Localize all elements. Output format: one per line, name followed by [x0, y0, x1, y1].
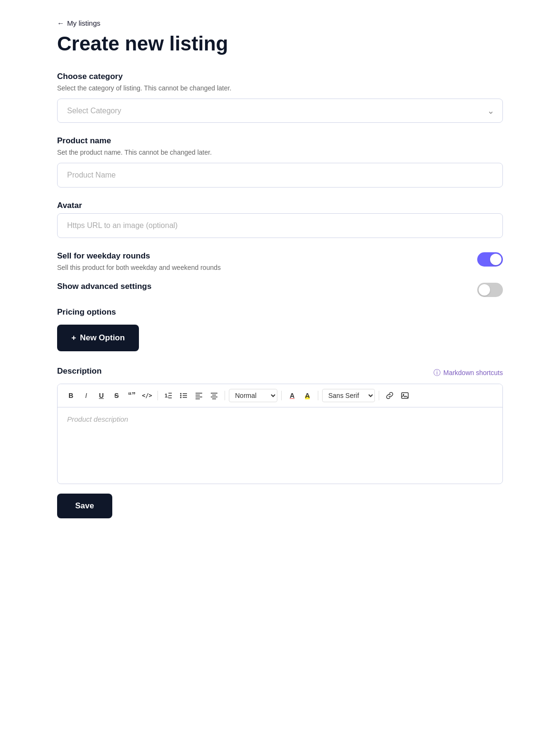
toolbar-divider-5: [379, 391, 379, 400]
svg-text:1.: 1.: [165, 393, 169, 398]
back-arrow-icon: ←: [57, 19, 64, 27]
category-section: Choose category Select the category of l…: [57, 72, 503, 123]
toolbar-divider-1: [157, 391, 158, 400]
align-left-button[interactable]: [192, 389, 206, 402]
svg-point-4: [180, 393, 182, 395]
align-center-button[interactable]: [207, 389, 221, 402]
avatar-label: Avatar: [57, 201, 503, 210]
advanced-settings-row: Show advanced settings: [57, 282, 503, 297]
bold-button[interactable]: B: [64, 389, 78, 402]
description-placeholder: Product description: [67, 415, 128, 423]
quote-button[interactable]: “”: [125, 389, 138, 402]
svg-point-6: [180, 397, 182, 398]
description-header: Description ⓘ Markdown shortcuts: [57, 367, 503, 379]
strikethrough-button[interactable]: S: [110, 389, 123, 402]
category-select-wrapper: Select Category ⌄: [57, 99, 503, 123]
weekday-rounds-label: Sell for weekday rounds: [57, 251, 477, 261]
toolbar-divider-2: [225, 391, 225, 400]
avatar-input[interactable]: [57, 213, 503, 238]
markdown-shortcuts-label: Markdown shortcuts: [443, 369, 503, 376]
weekday-rounds-description: Sell this product for both weekday and w…: [57, 264, 477, 271]
toolbar-divider-3: [281, 391, 282, 400]
link-button[interactable]: [383, 389, 396, 402]
pricing-label: Pricing options: [57, 307, 503, 317]
description-section: Description ⓘ Markdown shortcuts B I U S…: [57, 367, 503, 484]
category-description: Select the category of listing. This can…: [57, 84, 503, 92]
category-select[interactable]: Select Category: [57, 99, 503, 123]
page-title: Create new listing: [57, 33, 503, 55]
toolbar-divider-4: [318, 391, 318, 400]
advanced-settings-label: Show advanced settings: [57, 282, 477, 291]
markdown-shortcuts-link[interactable]: ⓘ Markdown shortcuts: [433, 368, 503, 377]
code-button[interactable]: </>: [140, 389, 154, 402]
underline-button[interactable]: U: [95, 389, 108, 402]
info-circle-icon: ⓘ: [433, 368, 441, 377]
svg-point-5: [180, 395, 182, 396]
pricing-section: Pricing options + New Option: [57, 307, 503, 351]
advanced-settings-toggle-wrapper: [477, 282, 503, 297]
weekday-rounds-content: Sell for weekday rounds Sell this produc…: [57, 251, 477, 271]
ordered-list-button[interactable]: 1.: [162, 389, 175, 402]
weekday-rounds-toggle-wrapper: [477, 251, 503, 267]
advanced-settings-slider: [477, 283, 503, 297]
new-option-plus-icon: +: [71, 333, 76, 343]
description-editor: B I U S “” </> 1.: [57, 384, 503, 484]
save-button[interactable]: Save: [57, 494, 112, 518]
avatar-section: Avatar: [57, 201, 503, 238]
new-option-button[interactable]: + New Option: [57, 325, 139, 351]
product-name-section: Product name Set the product name. This …: [57, 136, 503, 188]
new-option-label: New Option: [80, 333, 125, 343]
italic-button[interactable]: I: [79, 389, 93, 402]
advanced-settings-content: Show advanced settings: [57, 282, 477, 294]
product-name-input[interactable]: [57, 163, 503, 188]
back-link[interactable]: ← My listings: [57, 19, 503, 27]
image-insert-button[interactable]: [398, 389, 412, 402]
category-label: Choose category: [57, 72, 503, 81]
advanced-settings-toggle[interactable]: [477, 283, 503, 297]
heading-select[interactable]: Normal Heading 1 Heading 2 Heading 3: [229, 389, 277, 402]
weekday-rounds-toggle[interactable]: [477, 252, 503, 267]
svg-point-19: [403, 394, 404, 396]
highlight-button[interactable]: A: [301, 389, 314, 402]
editor-toolbar: B I U S “” </> 1.: [58, 384, 502, 407]
weekday-rounds-slider: [477, 252, 503, 267]
description-input[interactable]: Product description: [58, 407, 502, 484]
product-name-description: Set the product name. This cannot be cha…: [57, 149, 503, 156]
description-label: Description: [57, 367, 102, 376]
unordered-list-button[interactable]: [177, 389, 190, 402]
weekday-rounds-row: Sell for weekday rounds Sell this produc…: [57, 251, 503, 271]
font-select[interactable]: Sans Serif Serif Monospace: [322, 389, 375, 402]
product-name-label: Product name: [57, 136, 503, 146]
font-color-button[interactable]: A: [285, 389, 299, 402]
back-link-label: My listings: [67, 19, 100, 27]
